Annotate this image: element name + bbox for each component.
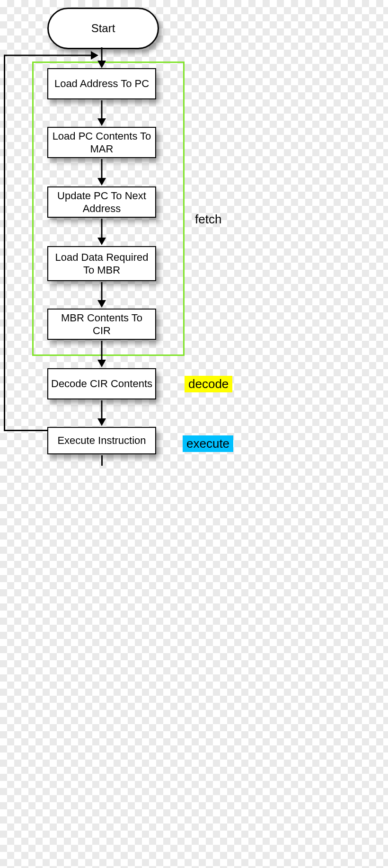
loop-seg-c: [4, 51, 98, 60]
load-data-mbr-node: Load Data Required To MBR: [47, 246, 156, 281]
mbr-to-cir-node: MBR Contents To CIR: [47, 309, 156, 340]
arrow-4-5: [97, 282, 106, 308]
decode-cir-node: Decode CIR Contents: [47, 368, 156, 399]
load-pc-to-mar-label: Load PC Contents To MAR: [51, 130, 152, 156]
execute-label: Execute Instruction: [57, 434, 146, 447]
mbr-to-cir-label: MBR Contents To CIR: [51, 311, 152, 337]
update-pc-node: Update PC To Next Address: [47, 186, 156, 218]
loop-seg-b: [4, 55, 5, 431]
load-pc-to-mar-node: Load PC Contents To MAR: [47, 127, 156, 158]
flowchart-canvas: Start Load Address To PC Load PC Content…: [0, 0, 388, 868]
arrow-start-to-load-addr: [97, 47, 106, 68]
fetch-phase-label: fetch: [191, 211, 225, 228]
start-label: Start: [91, 22, 115, 35]
load-address-to-pc-label: Load Address To PC: [54, 77, 149, 90]
decode-phase-label: decode: [185, 376, 232, 392]
execute-phase-label: execute: [183, 435, 233, 452]
decode-cir-label: Decode CIR Contents: [51, 377, 152, 390]
load-address-to-pc-node: Load Address To PC: [47, 68, 156, 99]
arrow-5-6: [97, 341, 106, 367]
loop-seg-a: [4, 430, 47, 431]
execute-node: Execute Instruction: [47, 427, 156, 454]
arrow-6-7: [97, 400, 106, 426]
arrow-3-4: [97, 219, 106, 245]
arrow-1-2: [97, 100, 106, 126]
start-node: Start: [47, 8, 159, 49]
arrow-execute-tail: [101, 455, 103, 466]
arrow-2-3: [97, 159, 106, 186]
load-data-mbr-label: Load Data Required To MBR: [51, 251, 152, 277]
update-pc-label: Update PC To Next Address: [51, 189, 152, 215]
